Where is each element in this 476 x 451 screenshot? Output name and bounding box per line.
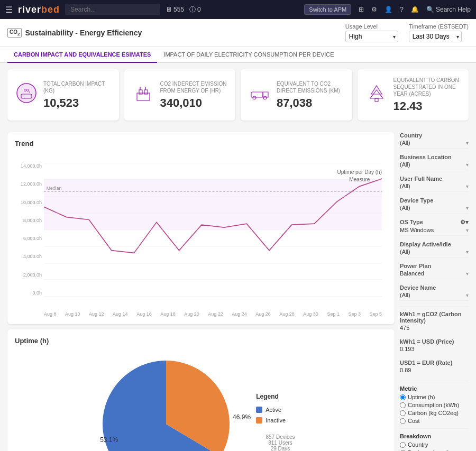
grid-icon[interactable]: ⊞ [359,6,364,13]
pie-label-active: 46.9% [233,413,251,421]
filter-usd-eur: USD1 = EUR (Rate) 0.89 [400,360,469,375]
trend-annotation: Uptime per Day (h) Measure [337,169,382,183]
stat-label-emission: CO2 INDERECT EMISSION FROM ENERGY OF (HR… [160,80,227,94]
alert-count[interactable]: ⓘ 0 [189,5,201,14]
top-nav: ☰ riverbed 🖥 555 ⓘ 0 Switch to APM ⊞ ⚙ 👤… [0,0,476,19]
truck-icon [249,82,270,107]
stat-value-carbon: 10,523 [43,96,111,110]
filter-kwh-carbon: kWh1 = gCO2 (Carbon intensity) 475 [400,311,469,333]
co2-badge: CO2 [7,28,22,38]
stat-info-acres: EQUIVALENT TO CARBON SEQUESTRATED IN ONE… [393,77,461,113]
filter-os-type-select[interactable]: MS Windows ▾ [400,227,469,236]
chevron-down-icon-6: ▾ [466,249,469,255]
svg-text:Median: Median [47,186,62,191]
divider-2 [400,381,469,381]
filter-kwh-usd: kWh1 = USD (Price) 0.193 [400,338,469,354]
divider-3 [400,428,469,429]
svg-rect-9 [251,92,263,97]
trend-x-axis: Aug 8 Aug 10 Aug 12 Aug 14 Aug 16 Aug 18… [44,311,382,317]
tab-electricity[interactable]: IMPACT OF DAILY ELECTRICITY CONSUMPTION … [157,47,340,63]
settings-icon[interactable]: ⚙ [371,6,377,13]
stat-label-km: EQUIVALENT TO CO2 DIRECT EMISSIONS (KM) [277,80,344,94]
divider-1 [400,306,469,307]
filter-display-active-idle-select[interactable]: (All) ▾ [400,248,469,257]
usage-level-select-wrapper[interactable]: High [345,31,398,42]
stat-label-acres: EQUIVALENT TO CARBON SEQUESTRATED IN ONE… [393,77,461,97]
uptime-panel: Uptime (h) 46.9% 53.1% [7,329,395,451]
factory-icon [133,82,154,107]
trend-chart: 14,000.0h 12,000.0h 10,000.0h 8,000.0h 6… [15,153,387,317]
filter-icon[interactable]: ⚙▾ [460,219,469,226]
sidebar-filters: Country (All) ▾ Business Location (All) … [400,132,469,451]
svg-text:2: 2 [29,90,31,94]
stats-row: CO 2 TOTAL CARBON IMPACT (KG) 10,523 CO2… [0,63,476,127]
pie-footer: 857 Devices 811 Users 29 Days 8/8/2023 t… [256,434,305,452]
timeframe-field: Timeframe (ESTSEDT) Last 30 Days [409,23,469,42]
metric-radio-group: Uptime (h) Consumption (kWh) Carbon (kg … [400,394,469,424]
filter-device-name-select[interactable]: (All) ▾ [400,292,469,301]
metric-option-carbon[interactable]: Carbon (kg CO2eq) [400,410,469,416]
pie-label-inactive: 53.1% [100,436,118,444]
svg-point-0 [17,84,36,103]
filter-device-type-select[interactable]: (All) ▾ [400,205,469,214]
chevron-down-icon-3: ▾ [466,183,469,189]
svg-rect-16 [44,179,382,230]
hamburger-icon[interactable]: ☰ [5,5,13,15]
logo: riverbed [18,4,60,15]
chevron-down-icon-2: ▾ [466,162,469,168]
chevron-down-icon-4: ▾ [466,205,469,211]
trend-panel: Trend 14,000.0h 12,000.0h 10,000.0h 8,00… [7,132,395,324]
trend-title: Trend [15,140,387,148]
usage-level-select[interactable]: High [345,31,398,42]
stat-info-carbon: TOTAL CARBON IMPACT (KG) 10,523 [43,80,111,110]
alert-icon: ⓘ [189,5,196,14]
tab-carbon[interactable]: CARBON IMPACT AND EQUIVALENCE ESIMATES [7,47,157,63]
tree-icon [366,82,387,107]
chevron-down-icon: ▾ [466,140,469,146]
filter-business-location: Business Location (All) ▾ [400,154,469,170]
stat-value-emission: 340,010 [160,96,227,110]
svg-rect-5 [139,90,142,94]
timeframe-select[interactable]: Last 30 Days [409,31,462,42]
metric-option-uptime[interactable]: Uptime (h) [400,394,469,400]
search-input[interactable] [65,4,160,15]
tabs-bar: CARBON IMPACT AND EQUIVALENCE ESIMATES I… [0,47,476,63]
filter-os-type: OS Type ⚙▾ MS Windows ▾ [400,219,469,236]
pie-legend: Legend Active Inactive [256,393,305,424]
filter-user-full-name: User Full Name (All) ▾ [400,176,469,192]
svg-point-12 [263,96,267,99]
pie-section: 46.9% 53.1% Legend Active Inactive [15,350,387,451]
stat-info-km: EQUIVALENT TO CO2 DIRECT EMISSIONS (KM) … [277,80,344,110]
monitor-count[interactable]: 🖥 555 [166,6,184,13]
metric-option-consumption[interactable]: Consumption (kWh) [400,402,469,408]
stat-card-km: EQUIVALENT TO CO2 DIRECT EMISSIONS (KM) … [241,69,352,121]
bell-icon[interactable]: 🔔 [411,6,419,13]
filter-country-select[interactable]: (All) ▾ [400,140,469,149]
chevron-down-icon-7: ▾ [466,271,469,277]
search-icon: 🔍 [426,6,434,13]
breakdown-section-title: Breakdown [400,433,469,439]
legend-active-dot [256,407,262,413]
filter-power-plan-select[interactable]: Balanced ▾ [400,270,469,279]
filter-user-full-name-select[interactable]: (All) ▾ [400,183,469,192]
filter-device-name: Device Name (All) ▾ [400,284,469,301]
sub-header: CO2 Sustainability - Energy Efficiency U… [0,19,476,47]
breakdown-option-country[interactable]: Country [400,441,469,448]
svg-rect-6 [144,90,148,94]
svg-point-11 [253,96,256,99]
metric-option-cost[interactable]: Cost [400,418,469,424]
help-icon[interactable]: ? [400,6,404,13]
filter-business-location-select[interactable]: (All) ▾ [400,161,469,170]
pie-right: Legend Active Inactive 857 Devices 811 U… [256,393,305,452]
switch-apm-button[interactable]: Switch to APM [304,4,351,15]
usage-level-field: Usage Level High [345,23,398,42]
filter-display-active-idle: Display Active/Idle (All) ▾ [400,241,469,257]
stat-value-acres: 12.43 [393,99,461,113]
uptime-title: Uptime (h) [15,337,387,345]
search-help[interactable]: 🔍 Search Help [426,6,471,13]
trend-svg: Median [44,163,382,297]
stat-card-acres: EQUIVALENT TO CARBON SEQUESTRATED IN ONE… [358,69,469,121]
pie-wrapper: 46.9% 53.1% [97,355,235,451]
user-icon[interactable]: 👤 [385,6,392,13]
timeframe-select-wrapper[interactable]: Last 30 Days [409,31,462,42]
